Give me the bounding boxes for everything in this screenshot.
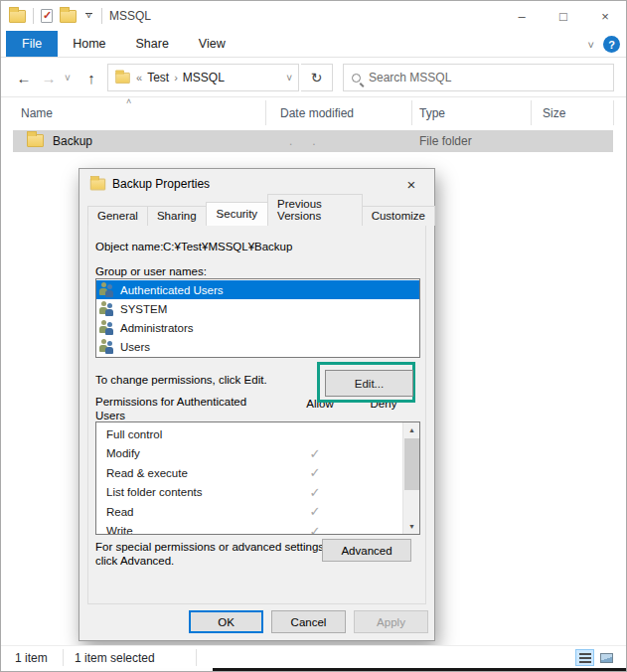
column-date-modified[interactable]: Date modified — [280, 106, 354, 120]
group-item-authenticated-users[interactable]: Authenticated Users — [96, 280, 419, 299]
tab-sharing[interactable]: Sharing — [147, 206, 207, 226]
user-group-icon — [99, 320, 116, 335]
scroll-thumb[interactable] — [404, 438, 419, 490]
refresh-button[interactable]: ↻ — [301, 64, 333, 91]
navigation-bar: ← → ˅ ↑ « Test › MSSQL ˅ ↻ — [1, 58, 626, 97]
advanced-button[interactable]: Advanced — [322, 539, 411, 562]
tab-file[interactable]: File — [6, 31, 58, 57]
tab-share[interactable]: Share — [121, 31, 184, 57]
column-divider[interactable] — [265, 100, 266, 125]
tab-security[interactable]: Security — [206, 202, 269, 226]
tab-view[interactable]: View — [184, 31, 240, 57]
window-title: MSSQL — [109, 9, 151, 23]
breadcrumb-item-mssql[interactable]: MSSQL — [183, 71, 225, 84]
search-icon — [352, 74, 361, 83]
column-size[interactable]: Size — [543, 106, 565, 120]
allow-check-icon: ✓ — [285, 502, 345, 522]
expand-ribbon-icon[interactable]: ˅ — [588, 39, 594, 51]
search-box[interactable] — [343, 64, 614, 91]
group-item-system[interactable]: SYSTEM — [96, 299, 419, 318]
divider — [33, 8, 34, 24]
folder-icon — [27, 134, 44, 147]
scroll-down-icon[interactable]: ▼ — [403, 519, 420, 534]
dialog-tab-strip: General Sharing Security Previous Versio… — [87, 202, 434, 226]
tab-customize[interactable]: Customize — [362, 206, 435, 226]
properties-icon[interactable]: ✓ — [41, 9, 53, 23]
customize-toolbar-icon[interactable]: ˅ — [83, 13, 94, 20]
advanced-hint-line1: For special permissions or advanced sett… — [95, 541, 327, 553]
cancel-button[interactable]: Cancel — [271, 610, 346, 633]
deny-cell — [350, 444, 409, 464]
back-button[interactable]: ← — [11, 58, 37, 97]
allow-cell — [285, 424, 345, 444]
column-name[interactable]: Name — [21, 106, 53, 120]
help-icon[interactable]: ? — [603, 36, 620, 53]
file-name: Backup — [53, 134, 92, 148]
column-divider[interactable] — [613, 100, 614, 125]
ribbon-tab-bar: File Home Share View — [1, 31, 626, 58]
explorer-window: ✓ ˅ MSSQL – □ × File Home Share View ˅ ?… — [0, 0, 627, 672]
history-dropdown-icon[interactable]: ˅ — [59, 58, 77, 97]
permissions-label-line2: Users — [95, 410, 125, 421]
tab-home[interactable]: Home — [58, 31, 120, 57]
forward-button: → — [37, 58, 61, 97]
column-divider[interactable] — [531, 100, 532, 125]
breadcrumb-item-test[interactable]: Test — [147, 71, 169, 84]
permission-row-modify[interactable]: Modify ✓ — [96, 444, 402, 464]
allow-check-icon: ✓ — [285, 463, 345, 483]
close-button[interactable]: × — [584, 1, 626, 31]
group-user-names-label: Group or user names: — [95, 265, 207, 277]
dialog-title: Backup Properties — [112, 177, 210, 191]
search-input[interactable] — [369, 71, 605, 84]
file-row-backup[interactable]: Backup . . File folder — [13, 130, 613, 152]
chevron-right-icon: › — [174, 72, 178, 84]
object-name-label: Object name: — [95, 241, 163, 252]
permission-row-read[interactable]: Read ✓ — [96, 502, 402, 522]
minimize-button[interactable]: – — [501, 1, 543, 31]
title-bar: ✓ ˅ MSSQL – □ × — [1, 1, 626, 31]
permissions-list: Full control Modify ✓ Read & execute ✓ L… — [95, 421, 420, 535]
group-name: Users — [120, 341, 150, 353]
ok-button[interactable]: OK — [189, 610, 263, 633]
items-count: 1 item — [15, 651, 48, 665]
user-group-icon — [99, 282, 116, 297]
dialog-title-bar: Backup Properties × — [79, 169, 434, 199]
edit-button[interactable]: Edit... — [325, 370, 413, 397]
deny-cell — [350, 502, 409, 522]
group-item-users[interactable]: Users — [96, 337, 419, 356]
divider — [63, 649, 64, 666]
new-folder-icon[interactable] — [60, 10, 77, 23]
details-view-button[interactable] — [575, 649, 594, 666]
breadcrumb-overflow[interactable]: « — [136, 72, 142, 84]
scrollbar[interactable]: ▲ ▼ — [402, 422, 419, 534]
ribbon-right-controls: ˅ ? — [588, 31, 620, 58]
address-dropdown-icon[interactable]: ˅ — [286, 73, 292, 84]
tab-previous-versions[interactable]: Previous Versions — [267, 194, 363, 226]
annotation-highlight-box: Edit... — [317, 362, 415, 403]
selected-count: 1 item selected — [75, 651, 155, 665]
permission-row-write[interactable]: Write ✓ — [96, 522, 402, 536]
tab-general[interactable]: General — [87, 206, 148, 226]
up-button[interactable]: ↑ — [78, 58, 104, 97]
permission-row-full-control[interactable]: Full control — [96, 424, 402, 444]
user-group-icon — [99, 339, 116, 354]
address-bar[interactable]: « Test › MSSQL ˅ — [107, 64, 299, 91]
window-controls: – □ × — [501, 1, 626, 31]
maximize-button[interactable]: □ — [543, 1, 584, 31]
status-bar: 1 item 1 item selected — [1, 645, 626, 668]
column-type[interactable]: Type — [419, 106, 445, 120]
column-header-row: Name ˄ Date modified Type Size — [1, 98, 626, 127]
permission-row-list-folder-contents[interactable]: List folder contents ✓ — [96, 483, 402, 503]
column-divider[interactable] — [411, 100, 412, 125]
scroll-up-icon[interactable]: ▲ — [403, 422, 420, 437]
permission-row-read-execute[interactable]: Read & execute ✓ — [96, 463, 402, 483]
thumbnail-view-button[interactable] — [597, 649, 616, 666]
group-item-administrators[interactable]: Administrators — [96, 318, 419, 337]
dialog-close-icon[interactable]: × — [396, 171, 426, 197]
allow-check-icon: ✓ — [285, 444, 345, 464]
group-name: SYSTEM — [120, 303, 167, 315]
file-date-modified: . . — [289, 134, 316, 148]
group-name: Authenticated Users — [120, 284, 224, 296]
backup-properties-dialog: Backup Properties × General Sharing Secu… — [78, 168, 435, 641]
thumbnail-view-icon — [600, 653, 613, 663]
